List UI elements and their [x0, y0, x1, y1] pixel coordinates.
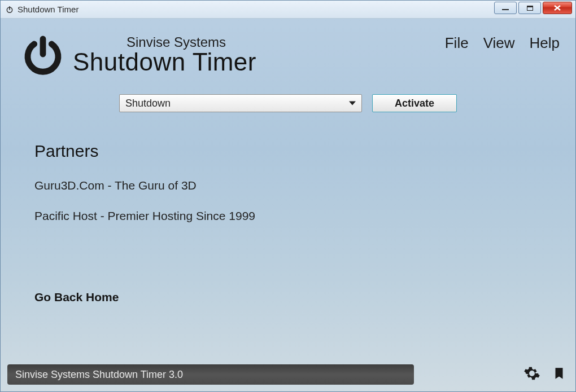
menu-help[interactable]: Help	[530, 34, 560, 52]
dropdown-value: Shutdown	[125, 98, 171, 109]
status-text: Sinvise Systems Shutdown Timer 3.0	[7, 364, 414, 385]
activate-label: Activate	[395, 98, 434, 109]
bookmark-icon	[552, 365, 566, 384]
action-dropdown[interactable]: Shutdown	[119, 94, 362, 112]
power-icon	[18, 29, 68, 82]
status-bar: Sinvise Systems Shutdown Timer 3.0	[7, 363, 569, 386]
menu-view[interactable]: View	[483, 34, 515, 52]
app-title: Shutdown Timer	[73, 48, 256, 76]
svg-rect-1	[9, 6, 10, 10]
power-icon	[5, 5, 14, 14]
header: Sinvise Systems Shutdown Timer File View…	[1, 19, 575, 82]
settings-button[interactable]	[522, 365, 542, 384]
window-titlebar: Shutdown Timer	[1, 1, 575, 19]
window-controls	[494, 2, 572, 14]
minimize-button[interactable]	[494, 2, 517, 14]
svg-point-4	[530, 372, 534, 375]
menu-file[interactable]: File	[445, 34, 469, 52]
go-back-home-link[interactable]: Go Back Home	[34, 290, 542, 304]
window-title: Shutdown Timer	[18, 5, 78, 14]
action-row: Shutdown Activate	[1, 94, 575, 112]
partner-link[interactable]: Pacific Host - Premier Hosting Since 199…	[34, 209, 542, 223]
activate-button[interactable]: Activate	[372, 94, 457, 112]
chevron-down-icon	[349, 102, 356, 105]
gear-icon	[523, 365, 540, 384]
bookmark-button[interactable]	[549, 365, 569, 384]
title-block: Sinvise Systems Shutdown Timer	[73, 34, 256, 76]
logo-block: Sinvise Systems Shutdown Timer	[18, 29, 256, 82]
content-area: Partners Guru3D.Com - The Guru of 3D Pac…	[1, 112, 575, 304]
partner-link[interactable]: Guru3D.Com - The Guru of 3D	[34, 179, 542, 192]
section-title: Partners	[34, 142, 542, 161]
main-menu: File View Help	[445, 29, 563, 52]
maximize-button[interactable]	[518, 2, 541, 14]
close-button[interactable]	[543, 2, 572, 14]
client-area: Sinvise Systems Shutdown Timer File View…	[1, 19, 575, 391]
